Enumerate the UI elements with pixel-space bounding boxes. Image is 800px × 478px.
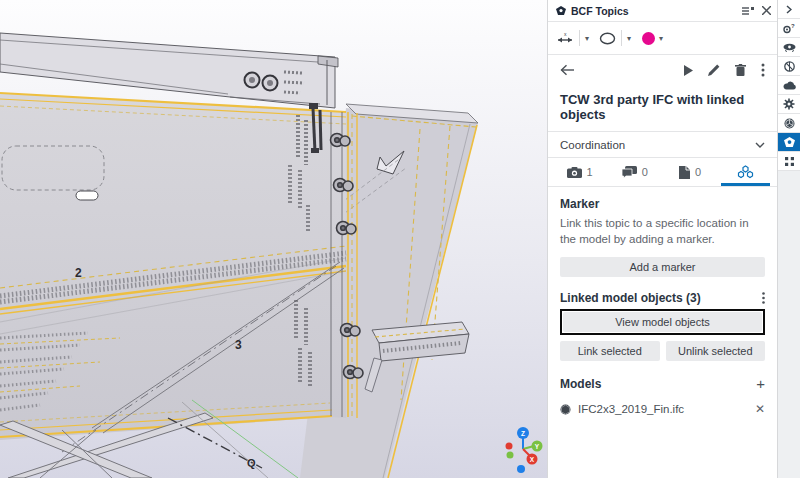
camera-icon	[567, 167, 582, 178]
close-panel-icon[interactable]	[762, 6, 771, 15]
coordination-label: Coordination	[560, 139, 755, 151]
tab-count: 0	[642, 166, 648, 178]
axis-x-label: X	[530, 456, 535, 463]
model-file-name: IFC2x3_2019_Fin.ifc	[578, 403, 748, 415]
topic-more-icon[interactable]	[761, 63, 765, 77]
link-selected-button[interactable]: Link selected	[560, 341, 660, 361]
arrow-tool-dropdown-icon[interactable]: ▾	[585, 34, 589, 43]
topic-title: TCW 3rd party IFC with linked objects	[548, 85, 777, 132]
bcf-topics-icon	[556, 6, 566, 16]
add-model-icon[interactable]: +	[756, 375, 765, 392]
coordination-tabs: 1 0 0	[548, 158, 777, 187]
svg-text:?: ?	[791, 23, 795, 29]
chevron-down-icon	[755, 142, 765, 148]
color-picker-dropdown-icon[interactable]: ▾	[659, 34, 663, 43]
axis-z-label: Z	[521, 430, 525, 437]
toolbar-separator	[579, 30, 580, 46]
cloud-sync-button[interactable]	[778, 76, 800, 95]
model-list-item[interactable]: IFC2x3_2019_Fin.ifc ✕	[560, 402, 765, 416]
settings-button[interactable]	[778, 95, 800, 114]
app-window: 2 3 Q Z Y X	[0, 0, 800, 478]
panel-title: BCF Topics	[571, 5, 742, 17]
part-label-2: 2	[75, 266, 82, 280]
bcf-topics-rail-button[interactable]	[778, 133, 800, 152]
tab-content: Marker Link this topic to a specific loc…	[548, 187, 777, 478]
coordination-section-header[interactable]: Coordination	[548, 132, 777, 158]
document-icon	[679, 166, 690, 179]
linked-objects-heading: Linked model objects (3)	[560, 291, 762, 305]
model-viewport[interactable]: 2 3 Q Z Y X	[0, 0, 547, 478]
play-topic-icon[interactable]	[684, 65, 693, 76]
toolbar-separator	[621, 30, 622, 46]
linked-objects-icon	[737, 165, 754, 179]
model-browser-button[interactable]	[778, 114, 800, 133]
panel-header: BCF Topics	[548, 0, 777, 22]
tutorial-highlight-box: View model objects	[560, 309, 765, 335]
add-marker-button[interactable]: Add a marker	[560, 257, 765, 277]
models-heading: Models	[560, 377, 756, 391]
collapse-panel-button[interactable]	[778, 0, 800, 19]
rail-empty-area	[778, 171, 800, 478]
properties-help-button[interactable]: ?	[778, 19, 800, 38]
marker-description: Link this topic to a specific location i…	[560, 216, 765, 247]
markup-toolbar: x ▾ ▾ ▾	[548, 22, 777, 55]
part-label-3: 3	[235, 338, 242, 352]
svg-text:x: x	[564, 31, 567, 37]
tab-count: 1	[587, 166, 593, 178]
topic-actions	[548, 55, 777, 85]
marker-heading: Marker	[560, 197, 765, 211]
tab-comments[interactable]: 0	[607, 158, 662, 186]
tab-count: 0	[695, 166, 701, 178]
arrow-tool-icon[interactable]: x	[556, 31, 574, 45]
ellipse-tool-icon[interactable]	[599, 32, 616, 45]
right-icon-rail: ?	[777, 0, 800, 478]
axis-y-label: Y	[535, 443, 540, 450]
views-button[interactable]	[778, 38, 800, 57]
clash-sets-button[interactable]	[778, 57, 800, 76]
linked-objects-more-icon[interactable]	[762, 292, 765, 304]
back-icon[interactable]	[560, 62, 575, 79]
view-model-objects-button[interactable]: View model objects	[563, 312, 762, 332]
list-view-icon[interactable]	[742, 6, 754, 16]
edit-topic-icon[interactable]	[708, 64, 720, 76]
ellipse-tool-dropdown-icon[interactable]: ▾	[627, 34, 631, 43]
model-3d-scene: 2 3 Q Z Y X	[0, 0, 547, 478]
tab-linked-objects[interactable]	[718, 158, 773, 186]
extensions-button[interactable]	[778, 152, 800, 171]
tab-viewpoints[interactable]: 1	[552, 158, 607, 186]
unlink-selected-button[interactable]: Unlink selected	[666, 341, 766, 361]
model-file-icon	[560, 404, 571, 415]
remove-model-icon[interactable]: ✕	[755, 402, 765, 416]
tab-documents[interactable]: 0	[663, 158, 718, 186]
delete-topic-icon[interactable]	[735, 64, 746, 76]
bcf-topics-panel: BCF Topics x ▾	[547, 0, 777, 478]
color-picker-icon[interactable]	[641, 31, 656, 46]
comments-icon	[622, 166, 637, 178]
grid-label-q: Q	[247, 457, 256, 469]
